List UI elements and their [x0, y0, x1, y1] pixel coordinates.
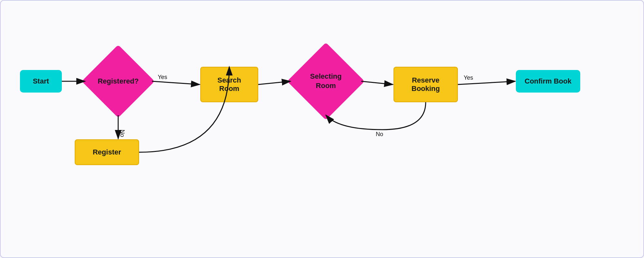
confirm-book-node: Confirm Book [516, 70, 580, 93]
flowchart-canvas: Start Registered? Search Room Selecting … [0, 0, 644, 258]
start-node: Start [20, 70, 62, 93]
arrow-search-selecting [258, 81, 290, 84]
arrow-reserve-confirm [458, 81, 515, 84]
search-room-node: Search Room [200, 67, 258, 102]
confirm-book-label: Confirm Book [525, 77, 571, 85]
arrow-selecting-reserve [361, 81, 393, 84]
no1-label: No [119, 130, 126, 137]
start-label: Start [33, 77, 49, 85]
arrow-registered-search [152, 81, 200, 84]
search-room-label: Search Room [217, 76, 241, 93]
register-node: Register [75, 139, 139, 165]
registered-label: Registered? [98, 77, 138, 86]
register-label: Register [93, 148, 121, 156]
flowchart-arrows: Yes Yes No No [1, 1, 644, 258]
reserve-booking-node: Reserve Booking [393, 67, 458, 102]
reserve-booking-label: Reserve Booking [412, 76, 440, 93]
no2-label: No [376, 131, 383, 137]
selecting-room-label: Selecting Room [310, 72, 342, 90]
yes1-label: Yes [158, 74, 167, 80]
selecting-room-diamond: Selecting Room [290, 46, 361, 117]
registered-diamond: Registered? [84, 47, 152, 115]
yes2-label: Yes [464, 74, 473, 81]
